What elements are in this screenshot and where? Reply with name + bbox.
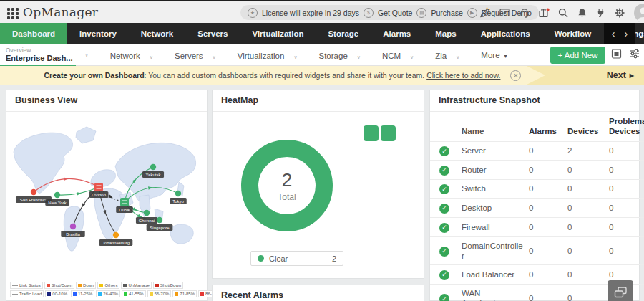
pill-label[interactable]: License will expire in 29 days (262, 9, 359, 17)
device-category-name[interactable]: WAN Accelerator (459, 285, 526, 301)
map-city-singapore[interactable]: Singapore (147, 224, 173, 231)
tab-servers[interactable]: Servers (175, 52, 203, 60)
map-city-chennai[interactable]: Chennai (136, 217, 157, 224)
fullscreen-icon[interactable] (610, 48, 623, 62)
nav-prev-icon[interactable]: ‹ (612, 28, 615, 39)
column-header-name: Name (459, 112, 526, 141)
pill-label[interactable]: Get Quote (378, 9, 412, 17)
training-video-icon[interactable] (499, 7, 511, 19)
heatmap-cell[interactable] (381, 125, 396, 141)
status-ok-icon: ✓ (439, 270, 449, 280)
legend-value: 2 (332, 254, 336, 263)
nav-item-dashboard[interactable]: Dashboard (0, 23, 67, 44)
search-icon[interactable] (557, 7, 569, 19)
tab-storage[interactable]: Storage (319, 52, 348, 60)
apps-grid-icon[interactable] (7, 8, 19, 19)
nav-item-inventory[interactable]: Inventory (67, 23, 129, 44)
map-city-dubai[interactable]: Dubai (116, 206, 133, 213)
map-city-brasilia[interactable]: Brasilia (61, 231, 84, 237)
map-city-london[interactable]: London (89, 191, 109, 198)
heatmap-legend[interactable]: Clear 2 (250, 251, 343, 266)
tab-more[interactable]: More▾ (481, 51, 507, 59)
chevron-down-icon[interactable]: ∨ (150, 54, 153, 59)
add-new-button[interactable]: + Add New (550, 47, 605, 64)
device-category-name[interactable]: Load Balancer (459, 265, 526, 285)
cell-value: 0 (526, 285, 565, 301)
status-column-header (430, 112, 459, 141)
table-row[interactable]: ✓Switch000 (430, 179, 644, 199)
table-row[interactable]: ✓Firewall000 (430, 218, 644, 237)
banner-close-icon[interactable]: ✕ (510, 70, 521, 81)
map-city-yakutsk[interactable]: Yakutsk (142, 171, 164, 178)
column-header-alarms: Alarms (526, 112, 565, 141)
map-city-tokyo[interactable]: Tokyo (170, 198, 187, 204)
column-header-devices: Devices (565, 112, 606, 141)
table-row[interactable]: ✓Server020 (430, 141, 644, 161)
legend-text: 41-55% (129, 292, 144, 296)
table-row[interactable]: ✓Router000 (430, 161, 644, 180)
notifications-icon[interactable] (577, 7, 587, 19)
nav-item-alarms[interactable]: Alarms (371, 23, 423, 44)
device-category-name[interactable]: Switch (459, 179, 526, 199)
device-category-name[interactable]: Desktop (459, 199, 526, 218)
chevron-down-icon[interactable]: ∨ (293, 54, 297, 59)
legend-color-swatch (175, 292, 178, 296)
launch-icon[interactable] (479, 7, 491, 19)
dollar-icon: $ (364, 8, 374, 18)
tab-enterprise-dashboard[interactable]: Overview Enterprise Dash... (0, 44, 76, 66)
tab-zia[interactable]: Zia (435, 52, 447, 60)
nav-item-storage[interactable]: Storage (316, 23, 371, 44)
nav-next-icon[interactable]: › (625, 28, 628, 39)
cell-value: 0 (526, 179, 565, 199)
device-category-name[interactable]: Firewall (459, 218, 526, 237)
main-navigation: DashboardInventoryNetworkServersVirtuali… (0, 23, 644, 44)
heatmap-donut-chart[interactable]: 2 Total (233, 132, 341, 239)
legend-color-swatch (47, 284, 50, 287)
widget-settings-icon[interactable] (629, 48, 640, 62)
legend-item: 56-70% (147, 290, 172, 297)
map-city-johannesburg[interactable]: Johannesburg (99, 239, 133, 246)
tab-network[interactable]: Network (110, 52, 140, 60)
tab-virtualization[interactable]: Virtualization (238, 52, 285, 60)
heatmap-cells[interactable] (364, 125, 396, 141)
nav-item-maps[interactable]: Maps (423, 23, 468, 44)
settings-icon[interactable] (614, 7, 625, 19)
banner-text: Create your own Dashboard: You can add c… (44, 71, 501, 80)
support-icon[interactable] (519, 7, 530, 19)
heatmap-cell[interactable] (364, 125, 379, 141)
table-row[interactable]: ✓DomainController000 (430, 236, 644, 265)
legend-text: Traffic Load (19, 292, 42, 296)
tab-ncm[interactable]: NCM (382, 52, 401, 60)
svg-text:Singapore: Singapore (150, 226, 170, 230)
svg-text:London: London (92, 193, 106, 197)
user-avatar[interactable] (634, 4, 644, 22)
legend-text: 26-40% (103, 292, 118, 296)
nav-item-virtualization[interactable]: Virtualization (240, 23, 316, 44)
device-category-name[interactable]: DomainController (459, 236, 526, 265)
world-map[interactable]: San FranciscoNew YorkLondonDubaiYakutskT… (6, 112, 207, 257)
chevron-down-icon[interactable]: ∨ (357, 54, 361, 59)
status-ok-icon: ✓ (439, 166, 449, 176)
nav-item-applications[interactable]: Applications (469, 23, 542, 44)
nav-item-network[interactable]: Network (129, 23, 185, 44)
legend-color-swatch (200, 292, 204, 296)
chevron-down-icon[interactable]: ∨ (213, 54, 216, 59)
map-city-new-york[interactable]: New York (45, 199, 69, 206)
legend-item: 00-10% (45, 290, 69, 297)
cascade-windows-button[interactable] (608, 280, 633, 301)
pill-label[interactable]: Purchase (431, 9, 462, 17)
svg-text:New York: New York (48, 201, 67, 205)
banner-add-link[interactable]: Click here to add now. (426, 71, 500, 80)
chevron-down-icon[interactable]: ∨ (410, 54, 414, 59)
table-row[interactable]: ✓Desktop000 (430, 199, 644, 218)
recent-alarms-panel: Recent Alarms (212, 285, 424, 301)
gift-icon[interactable] (538, 7, 550, 19)
device-category-name[interactable]: Router (459, 161, 526, 180)
device-category-name[interactable]: Server (459, 141, 526, 161)
nav-item-workflow[interactable]: Workflow (542, 23, 604, 44)
chevron-down-icon[interactable]: ∨ (456, 54, 459, 59)
cell-value: 2 (565, 141, 606, 161)
create-dashboard-banner: Create your own Dashboard: You can add c… (0, 66, 644, 85)
nav-item-servers[interactable]: Servers (185, 23, 240, 44)
plugin-icon[interactable] (595, 7, 606, 19)
